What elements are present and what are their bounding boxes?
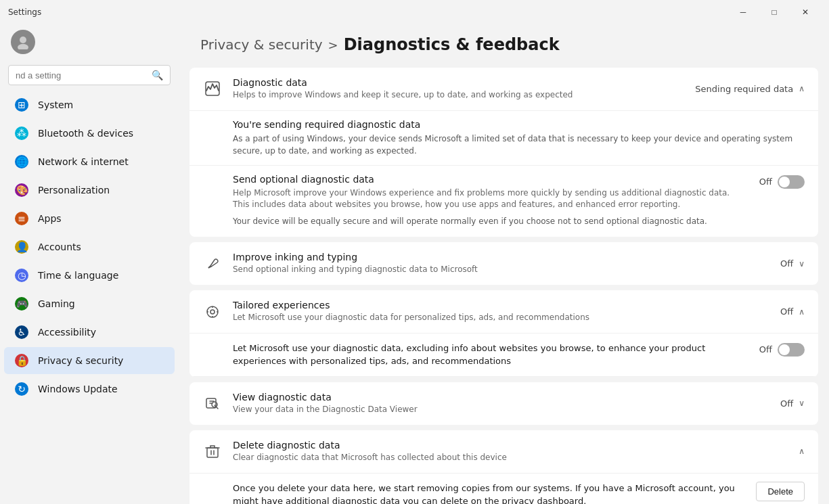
sidebar-item-system[interactable]: ⊞ System bbox=[4, 91, 175, 118]
sidebar-label-accounts: Accounts bbox=[38, 242, 81, 252]
delete-button[interactable]: Delete bbox=[756, 482, 805, 501]
inking-typing-status: Off bbox=[780, 258, 793, 269]
sidebar-item-time[interactable]: ◷ Time & language bbox=[4, 262, 175, 289]
view-diagnostic-row[interactable]: View diagnostic data View your data in t… bbox=[189, 382, 818, 425]
tailored-title: Tailored experiences bbox=[233, 300, 769, 311]
view-diagnostic-chevron[interactable]: ∨ bbox=[799, 398, 805, 408]
accessibility-icon: ♿ bbox=[15, 325, 28, 339]
window-controls: ─ □ ✕ bbox=[727, 2, 821, 22]
sidebar-label-system: System bbox=[38, 99, 73, 110]
svg-rect-11 bbox=[207, 448, 218, 457]
delete-diagnostic-card: Delete diagnostic data Clear diagnostic … bbox=[189, 430, 818, 504]
privacy-icon: 🔒 bbox=[15, 354, 28, 367]
required-data-title: You're sending required diagnostic data bbox=[233, 119, 805, 130]
sidebar-item-personalization[interactable]: 🎨 Personalization bbox=[4, 177, 175, 204]
svg-point-4 bbox=[210, 310, 215, 314]
optional-data-content: Send optional diagnostic data Help Micro… bbox=[233, 174, 746, 210]
diagnostic-data-card: Diagnostic data Helps to improve Windows… bbox=[189, 68, 818, 237]
maximize-button[interactable]: □ bbox=[759, 2, 790, 22]
optional-data-desc: Help Microsoft improve your Windows expe… bbox=[233, 187, 746, 210]
inking-typing-chevron[interactable]: ∨ bbox=[799, 259, 805, 269]
tailored-toggle-thumb bbox=[779, 344, 790, 355]
sidebar-item-update[interactable]: ↻ Windows Update bbox=[4, 375, 175, 403]
search-input[interactable] bbox=[16, 70, 146, 81]
close-button[interactable]: ✕ bbox=[790, 2, 821, 22]
time-icon: ◷ bbox=[15, 269, 28, 282]
inking-typing-card: Improve inking and typing Send optional … bbox=[189, 242, 818, 285]
system-icon: ⊞ bbox=[15, 98, 28, 112]
app-body: 🔍 ⊞ System ⁂ Bluetooth & devices 🌐 Netwo… bbox=[0, 22, 829, 504]
view-diagnostic-title: View diagnostic data bbox=[233, 392, 769, 403]
title-bar: Settings ─ □ ✕ bbox=[0, 0, 829, 22]
breadcrumb: Privacy & security > Diagnostics & feedb… bbox=[179, 22, 829, 65]
diagnostic-data-desc: Helps to improve Windows and keep it sec… bbox=[233, 89, 684, 101]
diagnostic-data-title: Diagnostic data bbox=[233, 77, 684, 88]
optional-data-section: Send optional diagnostic data Help Micro… bbox=[189, 166, 818, 237]
sidebar-item-bluetooth[interactable]: ⁂ Bluetooth & devices bbox=[4, 120, 175, 147]
bluetooth-icon: ⁂ bbox=[15, 127, 28, 140]
search-box[interactable]: 🔍 bbox=[8, 65, 171, 85]
tailored-card: Tailored experiences Let Microsoft use y… bbox=[189, 290, 818, 377]
tailored-expanded-row: Let Microsoft use your diagnostic data, … bbox=[189, 334, 818, 377]
sidebar-item-network[interactable]: 🌐 Network & internet bbox=[4, 148, 175, 175]
sidebar-label-accessibility: Accessibility bbox=[38, 327, 96, 338]
view-diagnostic-card: View diagnostic data View your data in t… bbox=[189, 382, 818, 425]
inking-typing-desc: Send optional inking and typing diagnost… bbox=[233, 264, 769, 275]
inking-typing-row[interactable]: Improve inking and typing Send optional … bbox=[189, 242, 818, 285]
sidebar-label-privacy: Privacy & security bbox=[38, 355, 123, 366]
svg-point-1 bbox=[18, 44, 28, 49]
tailored-toggle-label: Off bbox=[759, 344, 772, 354]
delete-diagnostic-row[interactable]: Delete diagnostic data Clear diagnostic … bbox=[189, 430, 818, 474]
view-diagnostic-desc: View your data in the Diagnostic Data Vi… bbox=[233, 404, 769, 415]
sidebar-item-accessibility[interactable]: ♿ Accessibility bbox=[4, 319, 175, 346]
sidebar-label-update: Windows Update bbox=[38, 384, 118, 394]
delete-expanded-row: Once you delete your data here, we start… bbox=[189, 474, 818, 504]
sidebar: 🔍 ⊞ System ⁂ Bluetooth & devices 🌐 Netwo… bbox=[0, 22, 179, 504]
diagnostic-data-row[interactable]: Diagnostic data Helps to improve Windows… bbox=[189, 68, 818, 111]
tailored-desc: Let Microsoft use your diagnostic data f… bbox=[233, 312, 769, 323]
minimize-button[interactable]: ─ bbox=[727, 2, 759, 22]
avatar bbox=[11, 30, 35, 54]
diagnostic-data-content: Diagnostic data Helps to improve Windows… bbox=[233, 77, 684, 101]
delete-diagnostic-action: ∧ bbox=[799, 446, 805, 456]
delete-diagnostic-chevron[interactable]: ∧ bbox=[799, 446, 805, 456]
search-icon[interactable]: 🔍 bbox=[152, 70, 163, 81]
inking-typing-icon bbox=[203, 254, 222, 273]
view-diagnostic-content: View diagnostic data View your data in t… bbox=[233, 392, 769, 415]
sidebar-item-privacy[interactable]: 🔒 Privacy & security bbox=[4, 347, 175, 374]
accounts-icon: 👤 bbox=[15, 240, 28, 254]
tailored-icon bbox=[203, 302, 222, 321]
view-diagnostic-icon bbox=[203, 394, 222, 413]
optional-data-toggle-thumb bbox=[779, 177, 790, 187]
sidebar-item-apps[interactable]: ≡ Apps bbox=[4, 205, 175, 232]
required-data-expanded: You're sending required diagnostic data … bbox=[189, 111, 818, 166]
svg-point-0 bbox=[20, 37, 26, 43]
sidebar-item-accounts[interactable]: 👤 Accounts bbox=[4, 233, 175, 260]
tailored-expanded-text: Let Microsoft use your diagnostic data, … bbox=[233, 342, 759, 368]
sidebar-label-gaming: Gaming bbox=[38, 298, 75, 309]
personalization-icon: 🎨 bbox=[15, 183, 28, 197]
delete-diagnostic-desc: Clear diagnostic data that Microsoft has… bbox=[233, 452, 788, 463]
app-title: Settings bbox=[8, 7, 41, 17]
inking-typing-action: Off ∨ bbox=[780, 258, 805, 269]
delete-expanded-text: Once you delete your data here, we start… bbox=[233, 482, 742, 504]
tailored-chevron-up[interactable]: ∧ bbox=[799, 307, 805, 317]
optional-data-note: Your device will be equally secure and w… bbox=[233, 215, 805, 237]
optional-data-toggle[interactable] bbox=[778, 175, 805, 189]
network-icon: 🌐 bbox=[15, 155, 28, 168]
sidebar-label-time: Time & language bbox=[38, 270, 118, 281]
optional-data-title: Send optional diagnostic data bbox=[233, 174, 746, 185]
tailored-toggle[interactable] bbox=[778, 343, 805, 357]
sidebar-item-gaming[interactable]: 🎮 Gaming bbox=[4, 290, 175, 317]
breadcrumb-parent[interactable]: Privacy & security bbox=[200, 37, 323, 53]
tailored-row[interactable]: Tailored experiences Let Microsoft use y… bbox=[189, 290, 818, 334]
optional-data-toggle-area: Off bbox=[746, 174, 805, 189]
tailored-toggle-area: Off bbox=[759, 343, 805, 357]
sidebar-label-apps: Apps bbox=[38, 213, 62, 224]
apps-icon: ≡ bbox=[15, 212, 28, 225]
tailored-content: Tailored experiences Let Microsoft use y… bbox=[233, 300, 769, 323]
diagnostic-data-chevron-up[interactable]: ∧ bbox=[799, 84, 805, 93]
inking-typing-content: Improve inking and typing Send optional … bbox=[233, 252, 769, 275]
content-area: Privacy & security > Diagnostics & feedb… bbox=[179, 22, 829, 504]
gaming-icon: 🎮 bbox=[15, 297, 28, 311]
